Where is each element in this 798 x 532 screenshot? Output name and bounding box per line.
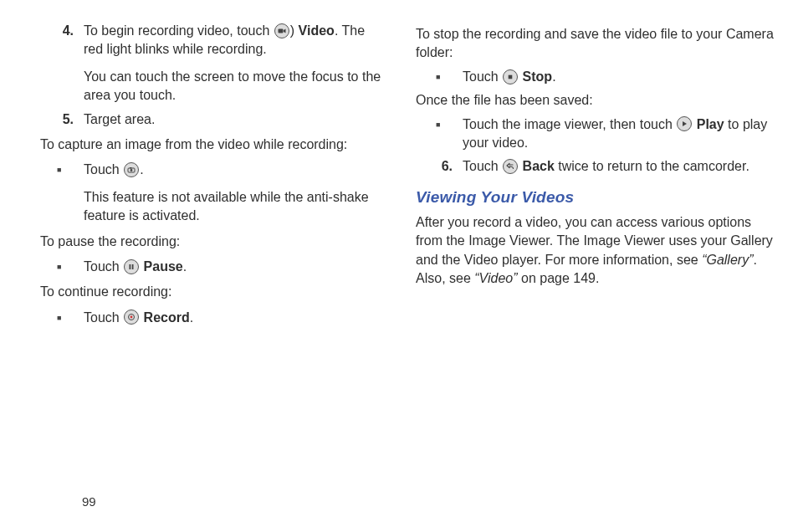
bullet-icon: ■	[57, 161, 84, 225]
svg-rect-2	[130, 167, 131, 169]
text: Touch	[463, 159, 502, 173]
svg-rect-5	[132, 264, 134, 269]
section-heading: Viewing Your Videos	[416, 188, 775, 207]
pause-icon	[124, 259, 139, 274]
step-body: Touch Back twice to return to the camcor…	[463, 157, 775, 176]
text: Touch	[84, 162, 123, 176]
paragraph: To stop the recording and save the video…	[416, 25, 775, 63]
list-item-body: Touch the image viewer, then touch Play …	[463, 115, 775, 153]
list-item: ■ Touch the image viewer, then touch Pla…	[436, 115, 775, 153]
text: .	[140, 162, 143, 176]
svg-point-7	[130, 316, 133, 319]
text: on page 149.	[518, 271, 600, 285]
back-arrow-icon	[503, 159, 518, 174]
paragraph: To pause the recording:	[40, 233, 382, 251]
step-5: 5. Target area.	[57, 110, 382, 129]
text: This feature is not available while the …	[84, 188, 382, 226]
paragraph: Once the file has been saved:	[416, 91, 775, 110]
text-bold: Pause	[144, 259, 183, 274]
paragraph: To capture an image from the video while…	[40, 136, 382, 154]
text-bold: Stop	[523, 69, 553, 84]
play-icon	[677, 116, 692, 131]
paragraph: To continue recording:	[40, 283, 382, 301]
text: Touch	[84, 259, 123, 274]
stop-icon	[503, 69, 518, 84]
list-item: ■ Touch Stop.	[436, 68, 775, 86]
left-column: 4. To begin recording video, touch ) Vid…	[23, 22, 382, 332]
text-bold: Back	[523, 159, 555, 173]
text: .	[183, 259, 187, 274]
video-camera-icon	[274, 23, 289, 38]
right-column: To stop the recording and save the video…	[416, 22, 775, 332]
text-bold: Record	[144, 310, 190, 325]
text: .	[552, 69, 555, 84]
bullet-icon: ■	[57, 258, 84, 276]
page-number: 99	[82, 494, 96, 509]
step-number: 6.	[436, 157, 463, 176]
page-body: 4. To begin recording video, touch ) Vid…	[0, 0, 798, 332]
text: twice to return to the camcorder.	[555, 159, 749, 173]
text-italic: “Gallery”	[702, 253, 753, 267]
bullet-icon: ■	[57, 309, 84, 327]
text-bold: Play	[697, 117, 724, 131]
step-6: 6. Touch Back twice to return to the cam…	[436, 157, 775, 176]
svg-rect-0	[278, 28, 283, 33]
text: To begin recording video, touch	[84, 23, 274, 38]
bullet-icon: ■	[436, 68, 463, 86]
list-item-body: Touch . This feature is not available wh…	[84, 161, 382, 225]
text-bold: Video	[299, 23, 335, 38]
step-body: Target area.	[84, 110, 382, 129]
step-4: 4. To begin recording video, touch ) Vid…	[57, 22, 382, 105]
step-body: To begin recording video, touch ) Video.…	[84, 22, 382, 105]
svg-rect-4	[130, 264, 131, 269]
step-number: 4.	[57, 22, 84, 105]
list-item: ■ Touch Pause.	[57, 258, 382, 276]
text: You can touch the screen to move the foc…	[84, 68, 382, 105]
paragraph: After you record a video, you can access…	[416, 213, 775, 289]
list-item-body: Touch Stop.	[463, 68, 775, 86]
record-icon	[124, 309, 139, 325]
bullet-icon: ■	[436, 115, 463, 153]
text: Touch the image viewer, then touch	[463, 117, 676, 131]
step-number: 5.	[57, 110, 84, 129]
text: .	[190, 310, 193, 325]
svg-rect-8	[509, 74, 513, 79]
svg-point-3	[130, 169, 133, 171]
list-item-body: Touch Pause.	[84, 258, 382, 276]
list-item: ■ Touch Record.	[57, 309, 382, 327]
list-item-body: Touch Record.	[84, 309, 382, 327]
text: Touch	[84, 310, 123, 325]
camera-icon	[124, 162, 139, 177]
text: )	[290, 23, 299, 38]
text-italic: “Video”	[474, 271, 517, 285]
text: Touch	[463, 69, 502, 84]
list-item: ■ Touch . This feature is not available …	[57, 161, 382, 225]
